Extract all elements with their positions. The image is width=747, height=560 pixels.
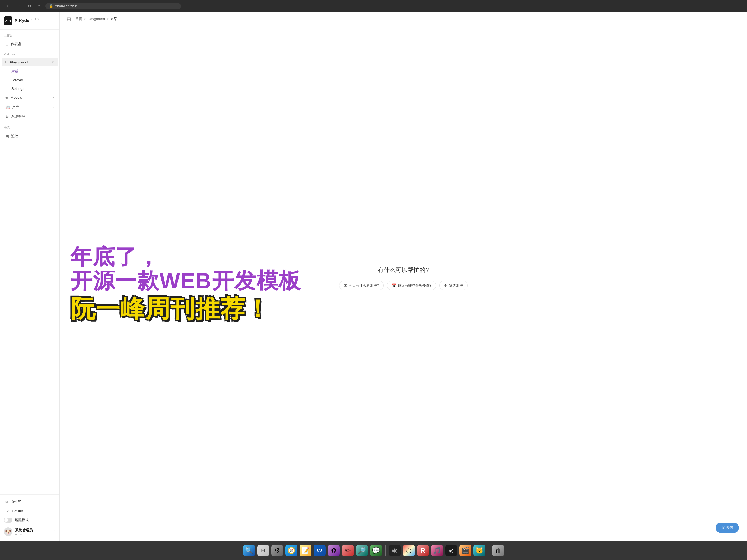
- sysadmin-icon: ⚙: [5, 114, 9, 119]
- sidebar-item-starred[interactable]: Starred: [2, 76, 58, 84]
- overlay-line1: 年底了，: [71, 245, 159, 269]
- dock-divider-2: [489, 545, 489, 556]
- github-icon: ⎇: [5, 509, 10, 513]
- dock-pencil[interactable]: ✏: [342, 544, 354, 557]
- email-suggestion-icon: ✉: [344, 283, 347, 287]
- sidebar-item-sysadmin[interactable]: ⚙ 系统管理: [2, 112, 58, 121]
- address-bar[interactable]: 🔒 xryder.cn/chat: [45, 3, 181, 9]
- browser-chrome: ← → ↻ ⌂ 🔒 xryder.cn/chat: [0, 0, 747, 12]
- dock-chrome[interactable]: ◌: [403, 544, 415, 557]
- main-content: ▤ 首页 > playground > 对话 有什么可以帮忙的? ✉ 今天有什么…: [60, 12, 747, 541]
- monitor-label: 监控: [11, 133, 54, 138]
- overlay-line3: 阮一峰周刊推荐！: [71, 296, 270, 322]
- sidebar-item-models[interactable]: ◈ Models ›: [2, 93, 58, 102]
- suggestion-email-label: 今天有什么新邮件?: [349, 283, 379, 288]
- section-label-system: 系统: [0, 122, 59, 131]
- dock-find[interactable]: 🔎: [356, 544, 368, 557]
- sidebar-toggle-button[interactable]: ▤: [65, 15, 73, 23]
- sidebar-item-settings[interactable]: Settings: [2, 85, 58, 93]
- send-button[interactable]: 发送信: [716, 523, 739, 533]
- monitor-icon: ▣: [5, 134, 9, 138]
- dock-flower[interactable]: ✿: [328, 544, 340, 557]
- dock-finder[interactable]: 🔍: [243, 544, 255, 557]
- dock-wechat[interactable]: 💬: [370, 544, 382, 557]
- sidebar-item-chat[interactable]: 对话: [2, 67, 58, 76]
- dark-mode-toggle-row: 暗黑模式: [0, 515, 59, 525]
- models-label: Models: [10, 96, 51, 100]
- chat-input-row: 发送信: [716, 523, 739, 533]
- dashboard-label: 仪表盘: [11, 42, 54, 46]
- models-icon: ◈: [5, 95, 8, 100]
- lock-icon: 🔒: [49, 4, 53, 8]
- dock-safari[interactable]: 🧭: [285, 544, 298, 557]
- breadcrumb-home[interactable]: 首页: [75, 17, 82, 21]
- settings-label: Settings: [11, 86, 24, 91]
- dock-dark[interactable]: ◉: [389, 544, 401, 557]
- docs-icon: 📖: [5, 105, 10, 109]
- sidebar-item-docs[interactable]: 📖 文档 ›: [2, 102, 58, 111]
- home-button[interactable]: ⌂: [36, 2, 42, 9]
- inbox-label: 收件箱: [11, 499, 54, 504]
- section-label-platform: Platform: [0, 49, 59, 57]
- user-chevron-icon: ⌃: [53, 530, 56, 534]
- breadcrumb: 首页 > playground > 对话: [75, 17, 118, 21]
- dock-trash[interactable]: 🗑: [492, 544, 504, 557]
- dark-mode-toggle[interactable]: [4, 518, 12, 523]
- docs-label: 文档: [12, 104, 51, 109]
- breadcrumb-sep-1: >: [84, 17, 86, 21]
- user-row[interactable]: 🐶 系统管理员 admin ⌃: [0, 525, 59, 539]
- playground-label: Playground: [10, 60, 50, 64]
- dock-video[interactable]: 🎬: [459, 544, 471, 557]
- user-role: admin: [15, 533, 50, 536]
- chat-label: 对话: [11, 69, 19, 74]
- dock-notes[interactable]: 📝: [300, 544, 311, 557]
- suggestion-send-btn[interactable]: ✈ 发送邮件: [439, 281, 467, 290]
- chat-area: 有什么可以帮忙的? ✉ 今天有什么新邮件? 📅 最近有哪些任务要做? ✈ 发送邮…: [60, 26, 747, 541]
- macos-dock: 🔍 ⊞ ⚙ 🧭 📝 W ✿ ✏ 🔎 💬 ◉ ◌ R 🎵 ◎ 🎬 🐱 🗑: [0, 541, 747, 560]
- dock-music[interactable]: 🎵: [431, 544, 443, 557]
- dark-mode-label: 暗黑模式: [15, 518, 29, 523]
- user-avatar: 🐶: [4, 528, 12, 536]
- sidebar-item-dashboard[interactable]: ⊞ 仪表盘: [2, 39, 58, 49]
- playground-icon: □: [5, 60, 7, 64]
- url-text: xryder.cn/chat: [55, 4, 77, 8]
- dock-divider: [385, 545, 386, 556]
- suggestion-task-label: 最近有哪些任务要做?: [398, 283, 432, 288]
- dock-launchpad[interactable]: ⊞: [257, 544, 269, 557]
- send-suggestion-icon: ✈: [444, 283, 447, 287]
- playground-chevron-icon: ∨: [52, 60, 54, 64]
- sidebar-bottom: ✉ 收件箱 ⎇ GitHub 暗黑模式 🐶 系统管理员 admin ⌃: [0, 494, 59, 541]
- breadcrumb-playground[interactable]: playground: [88, 17, 105, 21]
- sidebar-logo: X.R X.Ryderv1.1.0: [0, 12, 59, 30]
- sidebar-item-playground[interactable]: □ Playground ∨: [2, 58, 58, 67]
- dock-settings[interactable]: ⚙: [271, 544, 283, 557]
- chat-question: 有什么可以帮忙的?: [378, 266, 429, 274]
- docs-chevron-icon: ›: [53, 105, 54, 108]
- breadcrumb-sep-2: >: [107, 17, 109, 21]
- refresh-button[interactable]: ↻: [26, 2, 33, 10]
- forward-button[interactable]: →: [15, 2, 23, 9]
- chat-suggestions: ✉ 今天有什么新邮件? 📅 最近有哪些任务要做? ✈ 发送邮件: [339, 281, 467, 290]
- sidebar-item-github[interactable]: ⎇ GitHub: [2, 507, 58, 515]
- dock-webstorm[interactable]: W: [314, 544, 326, 557]
- sidebar-item-monitor[interactable]: ▣ 监控: [2, 131, 58, 141]
- dock-openai[interactable]: ◎: [445, 544, 457, 557]
- logo-icon: X.R: [4, 16, 12, 25]
- sidebar-item-inbox[interactable]: ✉ 收件箱: [2, 497, 58, 506]
- starred-label: Starred: [11, 78, 23, 82]
- back-button[interactable]: ←: [4, 2, 12, 9]
- section-label-workbench: 工作台: [0, 30, 59, 39]
- user-name: 系统管理员: [15, 528, 50, 533]
- main-header: ▤ 首页 > playground > 对话: [60, 12, 747, 26]
- overlay-line2: 开源一款WEB开发模板: [71, 269, 301, 293]
- dock-cat[interactable]: 🐱: [473, 544, 485, 557]
- sidebar: X.R X.Ryderv1.1.0 工作台 ⊞ 仪表盘 Platform □ P…: [0, 12, 60, 541]
- dock-rider[interactable]: R: [417, 544, 429, 557]
- suggestion-email-btn[interactable]: ✉ 今天有什么新邮件?: [339, 281, 383, 290]
- models-chevron-icon: ›: [53, 96, 54, 99]
- task-suggestion-icon: 📅: [391, 283, 396, 287]
- suggestion-task-btn[interactable]: 📅 最近有哪些任务要做?: [387, 281, 436, 290]
- app-container: X.R X.Ryderv1.1.0 工作台 ⊞ 仪表盘 Platform □ P…: [0, 12, 747, 541]
- inbox-icon: ✉: [5, 500, 9, 504]
- logo-text: X.Ryderv1.1.0: [15, 18, 38, 23]
